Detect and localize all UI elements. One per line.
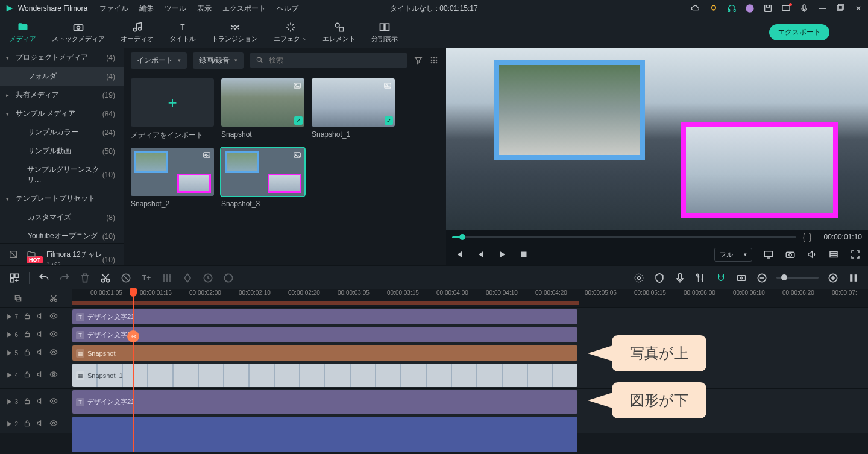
save-icon[interactable]: [763, 4, 773, 13]
media-item[interactable]: +メディアをインポート: [131, 78, 214, 140]
headphones-icon[interactable]: [727, 4, 737, 13]
visibility-icon[interactable]: [49, 370, 58, 380]
mark-in-button[interactable]: {: [802, 232, 805, 242]
lock-icon[interactable]: [23, 419, 31, 429]
sidebar-item[interactable]: フォルダ(4): [0, 67, 124, 86]
work-area[interactable]: [72, 301, 579, 305]
scrub-track[interactable]: [452, 236, 796, 238]
keyframe-icon[interactable]: [181, 272, 193, 284]
stop-button[interactable]: [518, 249, 529, 260]
mute-icon[interactable]: [36, 370, 45, 380]
adjust-icon[interactable]: [161, 272, 173, 284]
track-lane[interactable]: Tデザイン文字21: [72, 326, 868, 344]
track-lane[interactable]: ▦Snapshot_1: [72, 362, 868, 388]
grid-icon[interactable]: [429, 55, 439, 65]
mic-icon[interactable]: [799, 4, 809, 13]
marker-icon[interactable]: [653, 272, 665, 284]
media-item[interactable]: ✓Snapshot: [221, 78, 304, 140]
visibility-icon[interactable]: [49, 419, 58, 429]
visibility-icon[interactable]: [49, 348, 58, 358]
render-icon[interactable]: [633, 272, 645, 284]
speed-icon[interactable]: [202, 272, 214, 284]
menu-view[interactable]: 表示: [197, 4, 212, 14]
prev-frame-button[interactable]: [453, 249, 464, 260]
sidebar-item[interactable]: サンプルカラー(24): [0, 123, 124, 142]
tab-audio[interactable]: オーディオ: [119, 19, 155, 46]
sidebar-item[interactable]: ▾プロジェクトメディア(4): [0, 48, 124, 67]
lock-icon[interactable]: [23, 348, 31, 358]
zoom-in-icon[interactable]: [827, 272, 839, 284]
step-back-button[interactable]: [475, 249, 486, 260]
quality-dropdown[interactable]: フル▾: [714, 248, 752, 262]
delete-icon[interactable]: [79, 272, 91, 284]
media-thumbnail[interactable]: [131, 148, 214, 196]
cloud-icon[interactable]: [691, 4, 700, 13]
visibility-icon[interactable]: [49, 330, 58, 340]
maximize-icon[interactable]: [835, 4, 845, 13]
lock-icon[interactable]: [23, 397, 31, 407]
tab-transition[interactable]: トランジション: [210, 19, 259, 46]
add-track-icon[interactable]: [8, 272, 20, 284]
fit-icon[interactable]: [848, 272, 860, 284]
duplicate-icon[interactable]: [13, 294, 23, 303]
scissors-icon[interactable]: [49, 294, 58, 303]
track-lane[interactable]: ▶芦ノ湖の風景: [72, 415, 868, 433]
redo-icon[interactable]: [58, 272, 71, 284]
tab-stock[interactable]: ストックメディア: [51, 19, 106, 46]
menu-edit[interactable]: 編集: [139, 4, 154, 14]
avatar-icon[interactable]: [745, 4, 755, 13]
track-lane[interactable]: ▦Snapshot: [72, 344, 868, 362]
media-thumbnail[interactable]: [221, 148, 304, 196]
lock-icon[interactable]: [23, 312, 31, 322]
pip-overlay-top[interactable]: [494, 60, 645, 160]
media-item[interactable]: Snapshot_3: [221, 148, 304, 208]
tab-element[interactable]: エレメント: [321, 19, 357, 46]
menu-help[interactable]: ヘルプ: [277, 4, 298, 14]
filter-icon[interactable]: [414, 55, 423, 65]
media-thumbnail[interactable]: ✓: [221, 78, 304, 127]
mute-icon[interactable]: [36, 330, 45, 340]
playhead-split-icon[interactable]: ✂: [127, 330, 139, 342]
mixer-icon[interactable]: [694, 272, 706, 284]
import-dropdown[interactable]: インポート▾: [131, 52, 187, 69]
timeline-clip[interactable]: Tデザイン文字21: [72, 309, 577, 324]
scrub-head[interactable]: [459, 234, 465, 240]
timeline-clip[interactable]: Tデザイン文字21: [72, 390, 577, 414]
minimize-icon[interactable]: —: [817, 4, 827, 13]
timeline-clip[interactable]: ▦Snapshot_1: [72, 364, 577, 387]
timeline-ruler[interactable]: 00:00:01:0500:00:01:1500:00:02:0000:00:0…: [72, 289, 868, 307]
sidebar-item[interactable]: サンプル動画(50): [0, 142, 124, 160]
timeline-clip[interactable]: ▶芦ノ湖の風景: [72, 417, 577, 452]
track-lane[interactable]: Tデザイン文字21: [72, 389, 868, 415]
menu-file[interactable]: ファイル: [99, 4, 128, 14]
search-box[interactable]: [250, 53, 407, 68]
sidebar-item[interactable]: ▸共有メディア(19): [0, 86, 124, 104]
mute-icon[interactable]: [36, 419, 45, 429]
mute-icon[interactable]: [36, 348, 45, 358]
crop-icon[interactable]: [120, 272, 132, 284]
magnet-icon[interactable]: [715, 272, 727, 284]
export-button[interactable]: エクスポート: [769, 24, 829, 40]
clip-icon[interactable]: [828, 249, 839, 260]
play-button[interactable]: [497, 249, 508, 260]
link-icon[interactable]: [735, 272, 747, 284]
mute-icon[interactable]: [36, 397, 45, 407]
media-item[interactable]: Snapshot_2: [131, 148, 214, 208]
lock-icon[interactable]: [23, 330, 31, 340]
tab-split[interactable]: 分割表示: [370, 19, 399, 46]
media-thumbnail[interactable]: ✓: [312, 78, 395, 127]
visibility-icon[interactable]: [49, 312, 58, 322]
sidebar-item[interactable]: ▾テンプレートプリセット: [0, 189, 124, 208]
message-icon[interactable]: [781, 4, 791, 13]
collapse-icon[interactable]: [8, 250, 18, 259]
new-folder-icon[interactable]: [27, 250, 36, 259]
import-media-button[interactable]: +: [131, 78, 214, 127]
voiceover-icon[interactable]: [674, 272, 686, 284]
tab-effect[interactable]: エフェクト: [272, 19, 308, 46]
fullscreen-icon[interactable]: [850, 249, 861, 260]
pip-overlay-bottom[interactable]: [681, 122, 838, 218]
undo-icon[interactable]: [38, 272, 50, 284]
display-icon[interactable]: [763, 249, 774, 260]
close-icon[interactable]: ✕: [854, 4, 863, 13]
track-lane[interactable]: Tデザイン文字21: [72, 308, 868, 326]
